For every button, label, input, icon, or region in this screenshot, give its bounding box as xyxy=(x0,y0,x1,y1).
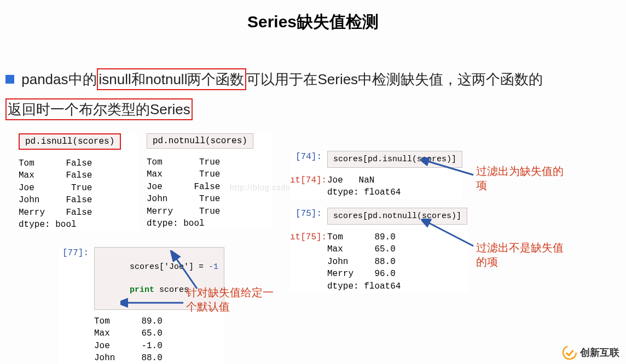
brand-logo-icon xyxy=(563,345,577,360)
highlight-isnull-notnull: isnull和notnull两个函数 xyxy=(97,68,247,90)
out-prompt-74: ıt[74]: xyxy=(290,174,322,186)
panel-isnull: pd.isnull(scores) Tom False Max False Jo… xyxy=(19,133,139,231)
svg-line-1 xyxy=(427,222,473,246)
annotation-74: 过滤出为缺失值的项 xyxy=(476,164,569,192)
bullet-text-pre: pandas中的 xyxy=(21,71,96,87)
panel-notnull: pd.notnull(scores) Tom True Max True Joe… xyxy=(147,133,273,230)
code-notnull-call: pd.notnull(scores) xyxy=(147,133,253,149)
annotation-75: 过滤出不是缺失值的项 xyxy=(476,240,569,269)
footer-brand: 创新互联 xyxy=(563,345,619,360)
output-isnull: Tom False Max False Joe True John False … xyxy=(19,157,139,231)
svg-point-4 xyxy=(563,346,576,359)
arrow-74-icon xyxy=(421,157,476,179)
bullet-icon xyxy=(5,75,14,84)
svg-line-0 xyxy=(426,161,473,175)
in-prompt-75: [75]: xyxy=(290,208,322,220)
code-isnull-call: pd.isnull(scores) xyxy=(19,133,121,150)
annotation-77: 针对缺失值给定一个默认值 xyxy=(186,285,279,314)
output-cell-74: Joe NaN dtype: float64 xyxy=(327,174,401,199)
output-cell-75: Tom 89.0 Max 65.0 John 88.0 Merry 96.0 d… xyxy=(327,231,401,292)
bullet-text-mid: 可以用于在Series中检测缺失值，这两个函数的 xyxy=(246,71,543,87)
arrow-75-icon xyxy=(421,219,476,251)
svg-line-2 xyxy=(175,257,197,289)
output-cell-77: Tom 89.0 Max 65.0 Joe -1.0 John 88.0 Mer… xyxy=(94,315,167,364)
page-title: Series缺失值检测 xyxy=(0,11,626,33)
output-notnull: Tom True Max True Joe False John True Me… xyxy=(147,156,273,230)
highlight-return-type: 返回时一个布尔类型的Series xyxy=(5,98,193,120)
bullet-paragraph: pandas中的isnull和notnull两个函数可以用于在Series中检测… xyxy=(5,64,615,124)
in-prompt-77: [77]: xyxy=(59,247,89,259)
arrow-77b-icon xyxy=(120,295,186,312)
in-prompt-74: [74]: xyxy=(290,151,322,163)
footer-brand-text: 创新互联 xyxy=(580,346,619,359)
out-prompt-75: ıt[75]: xyxy=(290,231,322,243)
